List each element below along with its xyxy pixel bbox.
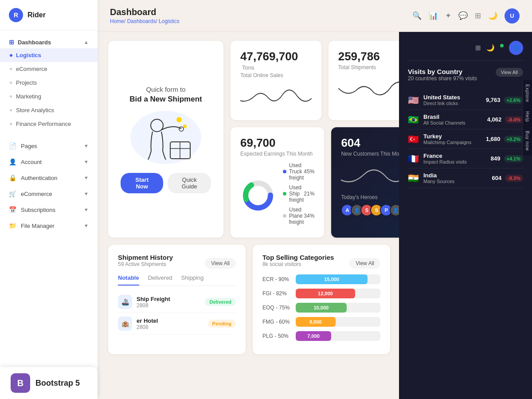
bar-row-0: ECR - 90% 15,000 xyxy=(262,274,380,284)
quick-form-buttons: Start Now Quick Guide xyxy=(121,173,211,193)
shipment-view-all-button[interactable]: View All xyxy=(205,258,236,269)
account-icon: 👤 xyxy=(9,158,16,165)
right-moon-icon[interactable]: 🌙 xyxy=(486,44,495,52)
start-now-button[interactable]: Start Now xyxy=(121,173,163,193)
bar-row-2: EOQ - 75% 10,000 xyxy=(262,303,380,313)
quick-form-card: Quick form to Bid a New Shipment xyxy=(108,41,223,238)
sidebar-item-marketing[interactable]: Marketing xyxy=(0,90,98,103)
bottom-stats-row: 69,700 Expected Earnings This Month xyxy=(231,127,399,238)
breadcrumb: Home/ Dashboards/ Logistics xyxy=(110,18,180,24)
sidebar-subscriptions-label: Subscriptions xyxy=(21,207,55,213)
ecommerce2-chevron: ▼ xyxy=(84,191,89,196)
theme-icon[interactable]: 🌙 xyxy=(488,11,497,20)
top-selling-header: Top Selling Categories 8k social visitor… xyxy=(262,254,380,273)
total-shipments-card: 259,786 Total Shipments xyxy=(329,41,399,120)
page-title: Dashboard xyxy=(110,7,180,17)
chart-icon[interactable]: 📊 xyxy=(429,11,438,20)
plane-dot xyxy=(283,214,286,218)
bar-inner-2: 10,000 xyxy=(296,303,347,313)
sidebar-item-logistics[interactable]: Logistics xyxy=(0,48,98,62)
right-user-avatar[interactable]: 👤 xyxy=(509,41,523,55)
sidebar: R Rider ⊞ Dashboards ▲ Logistics eCommer… xyxy=(0,0,98,399)
filemanager-icon: 📁 xyxy=(9,222,16,229)
bar-outer-2: 10,000 xyxy=(296,303,380,313)
plane-pct: 34% xyxy=(304,213,314,219)
ship-dot xyxy=(283,192,286,196)
sidebar-item-store-analytics[interactable]: Store Analytics xyxy=(0,103,98,117)
bottom-row: Shipment History 59 Active Shipments Vie… xyxy=(108,245,390,354)
bar-inner-1: 12,000 xyxy=(296,289,355,298)
tab-notable[interactable]: Notable xyxy=(118,274,139,286)
top-row: Quick form to Bid a New Shipment xyxy=(108,41,390,238)
svg-point-1 xyxy=(183,125,187,128)
stats-column: 47,769,700 Tons Total Online Sales xyxy=(231,41,399,238)
donut-chart xyxy=(240,178,276,213)
pages-section: 📄 Pages ▼ 👤 Account ▼ 🔒 Authentication ▼… xyxy=(0,134,98,237)
shipment-id-0: 2808 xyxy=(137,302,170,309)
country-name-2: Turkey xyxy=(423,133,486,140)
sidebar-logo[interactable]: R Rider xyxy=(0,0,98,31)
customers-label: New Customers This Month xyxy=(341,151,399,157)
sidebar-item-filemanager[interactable]: 📁 File Manager ▼ xyxy=(0,218,98,234)
grid-icon[interactable]: ⊞ xyxy=(475,11,481,20)
sidebar-item-finance-performance[interactable]: Finance Performance xyxy=(0,117,98,131)
bar-outer-4: 7,000 xyxy=(296,331,380,341)
messages-icon[interactable]: 💬 xyxy=(458,11,468,20)
sidebar-item-projects[interactable]: Projects xyxy=(0,76,98,90)
country-name-0: United States xyxy=(423,94,486,101)
sidebar-item-authentication[interactable]: 🔒 Authentication ▼ xyxy=(0,170,98,186)
content-area: Quick form to Bid a New Shipment xyxy=(98,32,532,399)
online-dot xyxy=(500,44,504,47)
country-change-2: +0.2% xyxy=(504,136,524,143)
buynow-tab[interactable]: Buy now xyxy=(522,126,532,155)
top-selling-view-all-button[interactable]: View All xyxy=(349,258,380,269)
sidebar-item-projects-label: Projects xyxy=(16,79,37,86)
header-title-group: Dashboard Home/ Dashboards/ Logistics xyxy=(110,7,180,24)
help-tab[interactable]: Help xyxy=(522,107,532,127)
country-name-3: France xyxy=(423,153,491,159)
country-source-3: Impact Radius visits xyxy=(423,159,491,164)
filemanager-chevron: ▼ xyxy=(84,223,89,228)
ship-pct: 21% xyxy=(304,191,314,197)
main-content: Quick form to Bid a New Shipment xyxy=(98,32,399,399)
donut-legend: Used Truck freight 45% Used Ship freight xyxy=(283,162,314,229)
explore-tab[interactable]: Explore xyxy=(522,80,532,107)
bar-row-1: FGI - 82% 12,000 xyxy=(262,289,380,298)
user-avatar[interactable]: U xyxy=(505,8,520,23)
dashboards-group[interactable]: ⊞ Dashboards ▲ xyxy=(0,34,98,48)
country-source-2: Mailchimp Campaigns xyxy=(423,140,486,145)
tab-delivered[interactable]: Delivered xyxy=(148,274,172,286)
total-shipments-label: Total Shipments xyxy=(338,64,399,70)
avatar-photo2: 👤 xyxy=(390,204,399,216)
sidebar-ecommerce2-label: eCommerce xyxy=(21,191,52,197)
sidebar-item-account[interactable]: 👤 Account ▼ xyxy=(0,154,98,170)
ship-label: Used Ship freight xyxy=(289,184,304,203)
sidebar-item-logistics-label: Logistics xyxy=(16,52,41,59)
customers-value: 604 xyxy=(341,136,399,150)
bar-outer-1: 12,000 xyxy=(296,289,380,298)
bar-label-1: FGI - 82% xyxy=(262,290,291,297)
flag-br: 🇧🇷 xyxy=(408,114,419,125)
plane-label: Used Plane freight xyxy=(289,207,304,225)
shipment-card-title: Shipment History xyxy=(118,254,173,261)
right-grid-icon[interactable]: ⊞ xyxy=(475,44,481,52)
sidebar-item-subscriptions[interactable]: 📅 Subscriptions ▼ xyxy=(0,202,98,218)
visits-title: Visits by Country xyxy=(408,68,477,75)
customers-card: 604 New Customers This Month Today's Her… xyxy=(331,127,399,238)
bar-label-3: FMG - 60% xyxy=(262,319,291,325)
search-icon[interactable]: 🔍 xyxy=(412,11,422,20)
svg-point-2 xyxy=(151,119,163,132)
sidebar-item-pages[interactable]: 📄 Pages ▼ xyxy=(0,138,98,154)
bar-label-0: ECR - 90% xyxy=(262,276,291,282)
shipment-card-sub: 59 Active Shipments xyxy=(118,261,173,267)
visits-view-all-button[interactable]: View All xyxy=(496,68,523,77)
settings-icon[interactable]: ✦ xyxy=(445,11,451,20)
sidebar-item-ecommerce2[interactable]: 🛒 eCommerce ▼ xyxy=(0,186,98,202)
bar-inner-0: 15,000 xyxy=(296,274,368,284)
country-visits-2: 1,680 xyxy=(486,136,501,142)
earnings-label: Expected Earnings This Month xyxy=(240,151,314,157)
legend-plane: Used Plane freight 34% xyxy=(283,207,314,225)
sidebar-item-ecommerce[interactable]: eCommerce xyxy=(0,62,98,76)
quick-guide-button[interactable]: Quick Guide xyxy=(168,173,211,193)
tab-shipping[interactable]: Shipping xyxy=(181,274,204,286)
